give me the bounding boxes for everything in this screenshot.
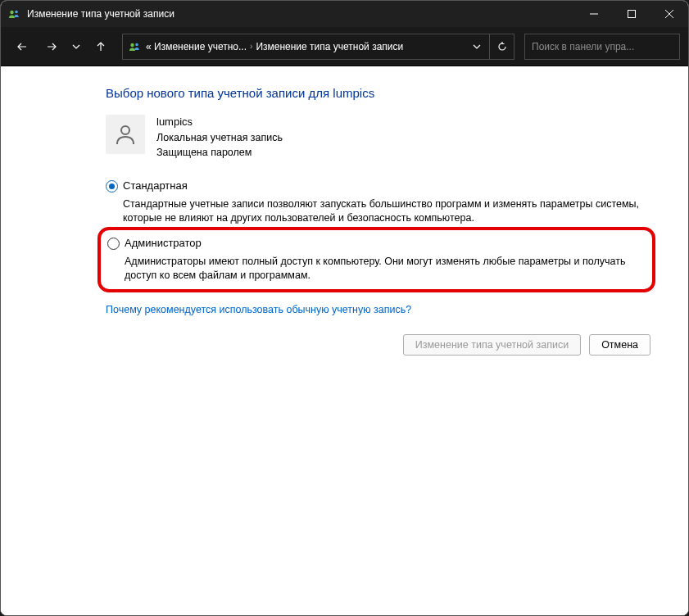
option-label: Администратор	[125, 237, 202, 249]
change-type-button[interactable]: Изменение типа учетной записи	[403, 334, 581, 356]
user-account-type: Локальная учетная запись	[156, 130, 283, 145]
minimize-button[interactable]	[575, 1, 613, 27]
svg-rect-3	[628, 11, 636, 18]
breadcrumb-segment[interactable]: « Изменение учетно...	[146, 41, 247, 52]
svg-point-9	[130, 43, 134, 46]
user-info: lumpics Локальная учетная запись Защищен…	[156, 115, 283, 160]
user-accounts-icon	[128, 40, 141, 53]
radio-icon	[107, 238, 120, 250]
footer-buttons: Изменение типа учетной записи Отмена	[106, 334, 655, 356]
cancel-button[interactable]: Отмена	[589, 334, 650, 356]
breadcrumb-segment[interactable]: Изменение типа учетной записи	[256, 41, 465, 52]
nav-forward-button[interactable]	[39, 34, 65, 60]
option-label: Стандартная	[123, 179, 188, 192]
highlight-callout: Администратор Администраторы имеют полны…	[97, 227, 655, 292]
option-admin-desc: Администраторы имеют полный доступ к ком…	[107, 255, 644, 283]
search-box[interactable]	[524, 34, 680, 60]
svg-point-0	[10, 11, 13, 14]
svg-point-1	[15, 11, 18, 14]
option-standard-desc: Стандартные учетные записи позволяют зап…	[106, 197, 646, 225]
option-standard[interactable]: Стандартная	[106, 178, 655, 194]
window-title: Изменение типа учетной записи	[27, 8, 175, 20]
svg-point-10	[135, 43, 138, 46]
avatar	[106, 115, 145, 154]
refresh-button[interactable]	[489, 34, 514, 59]
search-input[interactable]	[532, 41, 673, 52]
option-admin[interactable]: Администратор	[107, 235, 644, 251]
maximize-button[interactable]	[613, 1, 650, 27]
nav-up-button[interactable]	[88, 34, 114, 60]
nav-back-button[interactable]	[9, 34, 35, 60]
user-password-status: Защищена паролем	[156, 145, 283, 160]
content-area: Выбор нового типа учетной записи для lum…	[1, 66, 688, 615]
svg-point-11	[121, 126, 129, 134]
user-accounts-icon	[7, 7, 20, 20]
chevron-right-icon: ›	[250, 42, 252, 51]
help-link[interactable]: Почему рекомендуется использовать обычну…	[106, 304, 411, 315]
breadcrumb[interactable]: « Изменение учетно... › Изменение типа у…	[122, 34, 514, 60]
user-name: lumpics	[156, 115, 283, 130]
titlebar: Изменение типа учетной записи	[1, 1, 688, 27]
breadcrumb-dropdown-button[interactable]	[465, 34, 489, 59]
nav-recent-button[interactable]	[68, 34, 84, 60]
close-button[interactable]	[650, 1, 688, 27]
navbar: « Изменение учетно... › Изменение типа у…	[1, 27, 688, 66]
window-controls	[575, 1, 688, 27]
radio-icon	[106, 180, 118, 192]
page-heading: Выбор нового типа учетной записи для lum…	[106, 86, 655, 100]
window: Изменение типа учетной записи	[0, 0, 689, 616]
user-block: lumpics Локальная учетная запись Защищен…	[106, 115, 655, 160]
account-type-options: Стандартная Стандартные учетные записи п…	[106, 178, 655, 292]
